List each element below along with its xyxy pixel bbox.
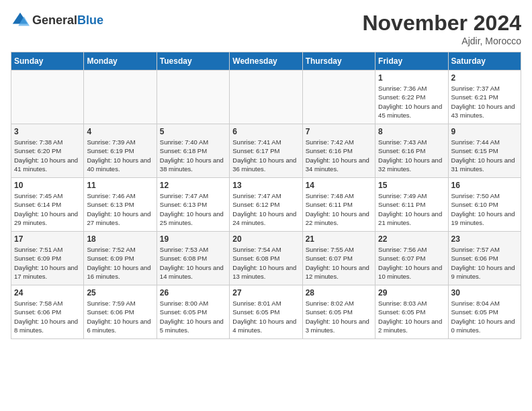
day-number: 5 — [160, 127, 226, 136]
calendar-day-cell: 1Sunrise: 7:36 AMSunset: 6:22 PMDaylight… — [375, 71, 448, 124]
day-info: Sunrise: 8:01 AMSunset: 6:05 PMDaylight:… — [232, 299, 299, 334]
day-number: 10 — [14, 181, 81, 190]
calendar-day-cell: 8Sunrise: 7:43 AMSunset: 6:16 PMDaylight… — [375, 124, 448, 178]
day-number: 16 — [451, 181, 518, 190]
day-number: 25 — [87, 288, 153, 298]
day-info: Sunrise: 7:55 AMSunset: 6:07 PMDaylight:… — [306, 245, 372, 281]
calendar-day-cell: 2Sunrise: 7:37 AMSunset: 6:21 PMDaylight… — [448, 71, 521, 124]
calendar-day-cell: 22Sunrise: 7:56 AMSunset: 6:07 PMDayligh… — [375, 232, 448, 285]
day-number: 3 — [14, 127, 81, 136]
day-info: Sunrise: 7:57 AMSunset: 6:06 PMDaylight:… — [451, 245, 518, 281]
calendar-day-cell: 20Sunrise: 7:54 AMSunset: 6:08 PMDayligh… — [230, 232, 302, 285]
day-info: Sunrise: 7:37 AMSunset: 6:21 PMDaylight:… — [451, 84, 518, 120]
calendar-header-row: SundayMondayTuesdayWednesdayThursdayFrid… — [11, 52, 521, 71]
page-header: GeneralBlue November 2024 Ajdir, Morocco — [11, 11, 521, 46]
day-info: Sunrise: 7:45 AMSunset: 6:14 PMDaylight:… — [14, 191, 81, 227]
day-number: 28 — [306, 288, 372, 298]
calendar-week-row: 3Sunrise: 7:38 AMSunset: 6:20 PMDaylight… — [11, 124, 521, 178]
calendar-day-cell: 9Sunrise: 7:44 AMSunset: 6:15 PMDaylight… — [448, 124, 521, 178]
day-number: 26 — [160, 288, 226, 298]
calendar-day-cell — [230, 71, 302, 124]
day-number: 13 — [232, 181, 299, 190]
day-info: Sunrise: 7:59 AMSunset: 6:06 PMDaylight:… — [87, 299, 153, 334]
day-of-week-header: Tuesday — [157, 52, 229, 71]
day-number: 18 — [87, 234, 153, 244]
day-of-week-header: Sunday — [11, 52, 84, 71]
day-info: Sunrise: 7:42 AMSunset: 6:16 PMDaylight:… — [306, 138, 372, 173]
day-number: 19 — [160, 234, 226, 244]
calendar-day-cell: 18Sunrise: 7:52 AMSunset: 6:09 PMDayligh… — [84, 232, 157, 285]
day-number: 8 — [378, 127, 445, 136]
calendar-day-cell: 24Sunrise: 7:58 AMSunset: 6:06 PMDayligh… — [11, 285, 84, 339]
calendar-day-cell: 6Sunrise: 7:41 AMSunset: 6:17 PMDaylight… — [230, 124, 302, 178]
calendar-day-cell: 7Sunrise: 7:42 AMSunset: 6:16 PMDaylight… — [302, 124, 375, 178]
day-number: 21 — [306, 234, 372, 244]
calendar-day-cell — [11, 71, 84, 124]
calendar-day-cell: 30Sunrise: 8:04 AMSunset: 6:05 PMDayligh… — [448, 285, 521, 339]
day-info: Sunrise: 7:54 AMSunset: 6:08 PMDaylight:… — [232, 245, 299, 281]
day-of-week-header: Monday — [84, 52, 157, 71]
day-info: Sunrise: 8:00 AMSunset: 6:05 PMDaylight:… — [160, 299, 226, 334]
day-number: 1 — [378, 73, 445, 83]
day-of-week-header: Wednesday — [230, 52, 302, 71]
day-info: Sunrise: 8:03 AMSunset: 6:05 PMDaylight:… — [378, 299, 445, 334]
calendar-day-cell: 15Sunrise: 7:49 AMSunset: 6:11 PMDayligh… — [375, 178, 448, 232]
calendar-week-row: 1Sunrise: 7:36 AMSunset: 6:22 PMDaylight… — [11, 71, 521, 124]
calendar-day-cell: 5Sunrise: 7:40 AMSunset: 6:18 PMDaylight… — [157, 124, 229, 178]
day-number: 15 — [378, 181, 445, 190]
logo-icon — [11, 11, 30, 30]
day-info: Sunrise: 7:46 AMSunset: 6:13 PMDaylight:… — [87, 191, 153, 227]
day-info: Sunrise: 7:52 AMSunset: 6:09 PMDaylight:… — [87, 245, 153, 281]
calendar-day-cell — [84, 71, 157, 124]
calendar-day-cell: 10Sunrise: 7:45 AMSunset: 6:14 PMDayligh… — [11, 178, 84, 232]
day-number: 23 — [451, 234, 518, 244]
calendar-table: SundayMondayTuesdayWednesdayThursdayFrid… — [11, 52, 521, 339]
calendar-day-cell: 27Sunrise: 8:01 AMSunset: 6:05 PMDayligh… — [230, 285, 302, 339]
calendar-day-cell — [302, 71, 375, 124]
day-number: 27 — [232, 288, 299, 298]
calendar-day-cell: 3Sunrise: 7:38 AMSunset: 6:20 PMDaylight… — [11, 124, 84, 178]
logo-blue-text: Blue — [77, 14, 103, 26]
day-number: 17 — [14, 234, 81, 244]
day-number: 6 — [232, 127, 299, 136]
day-number: 11 — [87, 181, 153, 190]
day-info: Sunrise: 7:53 AMSunset: 6:08 PMDaylight:… — [160, 245, 226, 281]
day-info: Sunrise: 7:39 AMSunset: 6:19 PMDaylight:… — [87, 138, 153, 173]
day-info: Sunrise: 7:47 AMSunset: 6:13 PMDaylight:… — [160, 191, 226, 227]
day-info: Sunrise: 7:49 AMSunset: 6:11 PMDaylight:… — [378, 191, 445, 227]
month-year-title: November 2024 — [362, 11, 521, 36]
calendar-day-cell: 14Sunrise: 7:48 AMSunset: 6:11 PMDayligh… — [302, 178, 375, 232]
logo: GeneralBlue — [11, 11, 103, 30]
title-block: November 2024 Ajdir, Morocco — [362, 11, 521, 46]
day-info: Sunrise: 7:47 AMSunset: 6:12 PMDaylight:… — [232, 191, 299, 227]
day-of-week-header: Saturday — [448, 52, 521, 71]
day-number: 9 — [451, 127, 518, 136]
day-number: 2 — [451, 73, 518, 83]
day-info: Sunrise: 7:36 AMSunset: 6:22 PMDaylight:… — [378, 84, 445, 120]
location-text: Ajdir, Morocco — [362, 36, 521, 46]
calendar-day-cell: 25Sunrise: 7:59 AMSunset: 6:06 PMDayligh… — [84, 285, 157, 339]
logo-general-text: General — [32, 14, 77, 26]
calendar-week-row: 24Sunrise: 7:58 AMSunset: 6:06 PMDayligh… — [11, 285, 521, 339]
day-number: 22 — [378, 234, 445, 244]
calendar-day-cell: 17Sunrise: 7:51 AMSunset: 6:09 PMDayligh… — [11, 232, 84, 285]
day-number: 4 — [87, 127, 153, 136]
day-number: 24 — [14, 288, 81, 298]
day-number: 7 — [306, 127, 372, 136]
day-info: Sunrise: 7:58 AMSunset: 6:06 PMDaylight:… — [14, 299, 81, 334]
day-info: Sunrise: 7:44 AMSunset: 6:15 PMDaylight:… — [451, 138, 518, 173]
day-info: Sunrise: 7:43 AMSunset: 6:16 PMDaylight:… — [378, 138, 445, 173]
day-number: 14 — [306, 181, 372, 190]
calendar-day-cell: 29Sunrise: 8:03 AMSunset: 6:05 PMDayligh… — [375, 285, 448, 339]
day-info: Sunrise: 7:38 AMSunset: 6:20 PMDaylight:… — [14, 138, 81, 173]
day-of-week-header: Thursday — [302, 52, 375, 71]
calendar-day-cell: 28Sunrise: 8:02 AMSunset: 6:05 PMDayligh… — [302, 285, 375, 339]
calendar-day-cell: 11Sunrise: 7:46 AMSunset: 6:13 PMDayligh… — [84, 178, 157, 232]
day-info: Sunrise: 7:41 AMSunset: 6:17 PMDaylight:… — [232, 138, 299, 173]
calendar-week-row: 10Sunrise: 7:45 AMSunset: 6:14 PMDayligh… — [11, 178, 521, 232]
calendar-day-cell: 26Sunrise: 8:00 AMSunset: 6:05 PMDayligh… — [157, 285, 229, 339]
calendar-day-cell — [157, 71, 229, 124]
day-info: Sunrise: 8:04 AMSunset: 6:05 PMDaylight:… — [451, 299, 518, 334]
day-number: 29 — [378, 288, 445, 298]
calendar-day-cell: 16Sunrise: 7:50 AMSunset: 6:10 PMDayligh… — [448, 178, 521, 232]
